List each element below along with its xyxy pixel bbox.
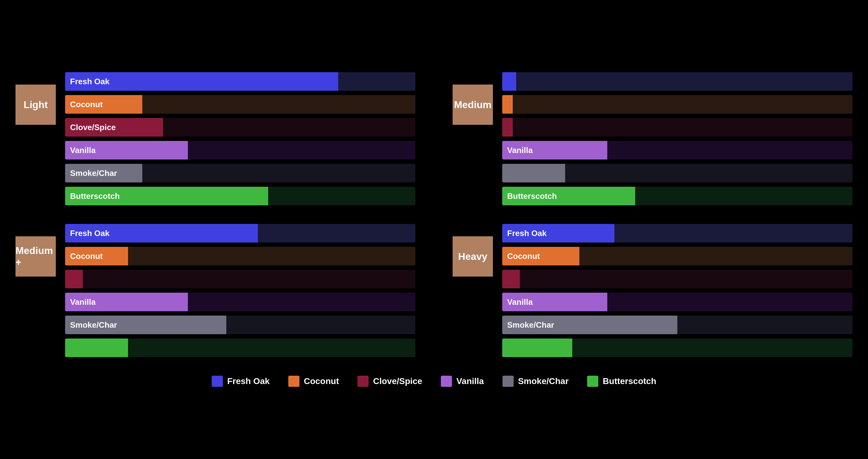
bar-track: Clove/Spice bbox=[65, 118, 415, 137]
legend-swatch bbox=[587, 376, 598, 387]
bar-row: Coconut bbox=[502, 247, 852, 265]
bar-track: Vanilla bbox=[502, 293, 852, 311]
bar-fill: Fresh Oak bbox=[502, 224, 614, 242]
bar-fill bbox=[502, 118, 513, 137]
bar-row: Clove/Spice bbox=[65, 118, 415, 137]
charts-grid: LightFresh OakCoconutClove/SpiceVanillaS… bbox=[16, 72, 852, 357]
bar-track bbox=[502, 164, 852, 183]
bar-track: Smoke/Char bbox=[65, 316, 415, 334]
bar-row: Vanilla bbox=[502, 141, 852, 160]
bar-fill: Smoke/Char bbox=[502, 316, 677, 334]
bar-fill: Coconut bbox=[65, 95, 142, 114]
bar-fill bbox=[502, 95, 513, 114]
bar-fill: Butterscotch bbox=[65, 187, 268, 205]
bars-heavy: Fresh OakCoconutVanillaSmoke/Char bbox=[502, 224, 852, 357]
bar-track: Coconut bbox=[65, 247, 415, 265]
bar-track bbox=[502, 95, 852, 114]
legend-label: Smoke/Char bbox=[518, 376, 568, 386]
bar-row: Smoke/Char bbox=[65, 164, 415, 183]
bar-track: Fresh Oak bbox=[502, 224, 852, 242]
bar-fill: Vanilla bbox=[65, 293, 188, 311]
bar-row bbox=[502, 270, 852, 288]
bar-fill bbox=[502, 164, 565, 183]
bar-track: Vanilla bbox=[502, 141, 852, 160]
legend-swatch bbox=[288, 376, 300, 387]
legend-item-butterscotch: Butterscotch bbox=[587, 376, 656, 387]
bar-track: Vanilla bbox=[65, 293, 415, 311]
legend-item-coconut: Coconut bbox=[288, 376, 339, 387]
bar-track: Fresh Oak bbox=[65, 224, 415, 242]
legend-label: Coconut bbox=[304, 376, 339, 386]
bar-track bbox=[502, 270, 852, 288]
bar-track: Vanilla bbox=[65, 141, 415, 160]
bar-row: Coconut bbox=[65, 247, 415, 265]
bar-track: Butterscotch bbox=[502, 187, 852, 205]
bar-track bbox=[502, 72, 852, 91]
bar-fill: Vanilla bbox=[502, 141, 607, 160]
bar-row: Vanilla bbox=[65, 141, 415, 160]
bar-fill: Clove/Spice bbox=[65, 118, 163, 137]
bar-track: Coconut bbox=[502, 247, 852, 265]
bar-fill bbox=[502, 72, 516, 91]
legend-item-vanilla: Vanilla bbox=[441, 376, 484, 387]
bar-fill bbox=[65, 270, 83, 288]
legend-label: Vanilla bbox=[456, 376, 484, 386]
bar-fill bbox=[65, 338, 128, 357]
bars-light: Fresh OakCoconutClove/SpiceVanillaSmoke/… bbox=[65, 72, 415, 205]
bar-fill: Smoke/Char bbox=[65, 316, 226, 334]
legend-label: Clove/Spice bbox=[373, 376, 422, 386]
bar-fill: Fresh Oak bbox=[65, 224, 258, 242]
bar-row: Butterscotch bbox=[502, 187, 852, 205]
bar-track: Smoke/Char bbox=[502, 316, 852, 334]
bars-medium-plus: Fresh OakCoconutVanillaSmoke/Char bbox=[65, 224, 415, 357]
bar-row: Fresh Oak bbox=[65, 224, 415, 242]
bar-fill: Butterscotch bbox=[502, 187, 635, 205]
bar-track: Fresh Oak bbox=[65, 72, 415, 91]
label-light: Light bbox=[16, 85, 56, 125]
bar-fill bbox=[502, 270, 520, 288]
chart-section-light: LightFresh OakCoconutClove/SpiceVanillaS… bbox=[16, 72, 415, 205]
legend-swatch bbox=[212, 376, 223, 387]
bar-row: Coconut bbox=[65, 95, 415, 114]
chart-section-medium-plus: Medium +Fresh OakCoconutVanillaSmoke/Cha… bbox=[16, 224, 415, 357]
bar-track: Butterscotch bbox=[65, 187, 415, 205]
legend-swatch bbox=[358, 376, 369, 387]
legend-swatch bbox=[441, 376, 452, 387]
bar-fill bbox=[502, 338, 572, 357]
label-medium: Medium bbox=[453, 85, 493, 125]
legend-label: Fresh Oak bbox=[227, 376, 270, 386]
bar-row: Smoke/Char bbox=[502, 316, 852, 334]
bar-fill: Fresh Oak bbox=[65, 72, 338, 91]
legend-swatch bbox=[502, 376, 514, 387]
legend-item-fresh-oak: Fresh Oak bbox=[212, 376, 270, 387]
bar-row bbox=[502, 72, 852, 91]
bar-row: Butterscotch bbox=[65, 187, 415, 205]
bar-fill: Vanilla bbox=[502, 293, 607, 311]
bar-track bbox=[502, 338, 852, 357]
bars-medium: VanillaButterscotch bbox=[502, 72, 852, 205]
legend: Fresh OakCoconutClove/SpiceVanillaSmoke/… bbox=[212, 376, 656, 387]
bar-row bbox=[65, 270, 415, 288]
bar-row: Vanilla bbox=[502, 293, 852, 311]
bar-track bbox=[65, 270, 415, 288]
legend-label: Butterscotch bbox=[602, 376, 656, 386]
chart-section-heavy: HeavyFresh OakCoconutVanillaSmoke/Char bbox=[453, 224, 852, 357]
bar-fill: Smoke/Char bbox=[65, 164, 142, 183]
bar-row bbox=[502, 95, 852, 114]
bar-track bbox=[502, 118, 852, 137]
bar-row bbox=[65, 338, 415, 357]
bar-row: Fresh Oak bbox=[65, 72, 415, 91]
bar-row bbox=[502, 118, 852, 137]
label-medium-plus: Medium + bbox=[16, 236, 56, 276]
bar-row: Vanilla bbox=[65, 293, 415, 311]
bar-fill: Coconut bbox=[65, 247, 128, 265]
bar-row bbox=[502, 164, 852, 183]
label-heavy: Heavy bbox=[453, 236, 493, 276]
chart-section-medium: MediumVanillaButterscotch bbox=[453, 72, 852, 205]
bar-track bbox=[65, 338, 415, 357]
bar-fill: Coconut bbox=[502, 247, 579, 265]
bar-track: Smoke/Char bbox=[65, 164, 415, 183]
legend-item-smoke-char: Smoke/Char bbox=[502, 376, 568, 387]
bar-row: Smoke/Char bbox=[65, 316, 415, 334]
bar-row bbox=[502, 338, 852, 357]
